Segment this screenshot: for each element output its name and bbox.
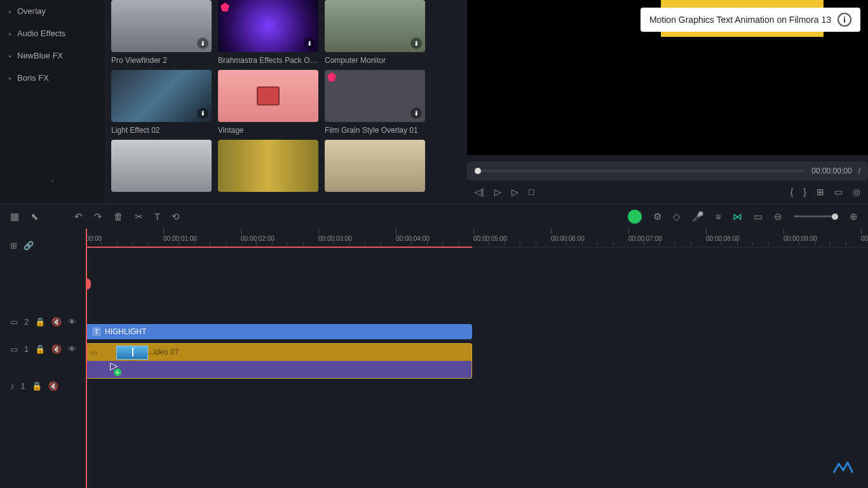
sidebar-item-newblue[interactable]: ▸NewBlue FX	[0, 44, 105, 67]
text-tool-icon[interactable]: T	[154, 211, 160, 222]
stop-button[interactable]: □	[529, 187, 534, 197]
premium-badge-icon	[220, 3, 229, 11]
effect-thumbnail	[325, 140, 425, 192]
download-icon[interactable]: ⬇	[410, 107, 422, 119]
audio-mix-icon[interactable]: ≡	[715, 211, 721, 222]
bracket-close-icon[interactable]: }	[803, 187, 806, 197]
timeline-body[interactable]: 00:0000:00:01:0000:00:02:0000:00:03:0000…	[86, 229, 868, 488]
effect-card[interactable]: ⬇ Film Grain Style Overlay 01	[325, 70, 425, 135]
effect-card[interactable]	[218, 140, 318, 192]
collapse-sidebar-button[interactable]: ‹	[44, 172, 62, 189]
prev-frame-button[interactable]: ◁|	[475, 187, 484, 197]
ruler-mark: 00:00:05:00	[473, 229, 507, 242]
video-clip[interactable]: ▭ ...ideo 07	[86, 343, 472, 361]
play-forward-button[interactable]: ▷	[494, 187, 501, 197]
ruler-mark: 00:00:04:00	[396, 229, 430, 242]
ruler-mark: 00:00	[86, 229, 102, 242]
download-icon[interactable]: ⬇	[197, 107, 208, 119]
effect-thumbnail	[218, 70, 318, 122]
mute-icon[interactable]: 🔇	[51, 317, 62, 327]
lock-icon[interactable]: 🔒	[35, 344, 45, 354]
eye-icon[interactable]: 👁	[68, 344, 76, 354]
watermark-icon	[832, 461, 854, 474]
magnet-icon[interactable]: ⋈	[733, 211, 742, 222]
effect-thumbnail: ⬇	[325, 0, 425, 52]
info-text: Motion Graphics Text Animation on Filmor…	[649, 15, 831, 25]
mute-icon[interactable]: 🔇	[51, 344, 62, 354]
marker-icon[interactable]: ◇	[673, 211, 681, 222]
ratio-icon[interactable]: ⊞	[817, 187, 824, 197]
settings-gear-icon[interactable]: ⚙	[653, 211, 661, 222]
lock-icon[interactable]: 🔒	[35, 317, 45, 327]
zoom-slider[interactable]	[794, 215, 838, 217]
info-banner[interactable]: Motion Graphics Text Animation on Filmor…	[641, 8, 860, 32]
effect-thumbnail: ⬇	[111, 70, 212, 122]
chevron-right-icon: ▸	[9, 8, 12, 15]
effect-card[interactable]: Vintage	[218, 70, 318, 135]
text-clip[interactable]: T HIGHLIGHT	[86, 324, 472, 339]
sidebar-item-boris[interactable]: ▸Boris FX	[0, 67, 105, 89]
undo-button[interactable]: ↶	[74, 211, 83, 222]
track-type-icon: ▭	[10, 344, 18, 354]
mic-icon[interactable]: 🎤	[692, 211, 704, 222]
download-icon[interactable]: ⬇	[304, 37, 315, 49]
track-header-audio1[interactable]: ♪1 🔒 🔇	[0, 367, 86, 404]
effect-card[interactable]	[325, 140, 425, 192]
eye-icon[interactable]: 👁	[68, 317, 76, 327]
track-number: 1	[24, 344, 29, 354]
ruler-mark: 00:00:07:00	[628, 229, 662, 242]
lock-icon[interactable]: 🔒	[32, 381, 42, 391]
timeline-ruler[interactable]: 00:0000:00:01:0000:00:02:0000:00:03:0000…	[86, 229, 868, 248]
effect-thumbnail: ⬇	[218, 0, 318, 52]
track-header-video1[interactable]: ▭1 🔒 🔇 👁	[0, 330, 86, 367]
effects-grid: ⬇ Pro Viewfinder 2 ⬇ Brahmastra Effects …	[105, 0, 461, 203]
ai-button[interactable]	[628, 210, 642, 224]
effect-card[interactable]: ⬇ Brahmastra Effects Pack Ove...	[218, 0, 318, 65]
seek-track[interactable]	[475, 170, 805, 172]
premium-badge-icon	[327, 72, 336, 81]
sidebar-item-overlay[interactable]: ▸Overlay	[0, 0, 105, 22]
clip-label: ...ideo 07	[147, 348, 179, 356]
track-type-icon: ♪	[10, 381, 15, 391]
video-clip-audio[interactable]	[86, 361, 472, 379]
cut-button[interactable]: ✂	[135, 211, 143, 222]
zoom-out-button[interactable]: ⊖	[774, 211, 782, 222]
zoom-in-button[interactable]: ⊕	[850, 211, 858, 222]
mute-icon[interactable]: 🔇	[48, 381, 58, 391]
playhead[interactable]	[86, 229, 87, 488]
display-icon[interactable]: ▭	[834, 187, 843, 197]
bracket-open-icon[interactable]: {	[790, 187, 794, 197]
redo-button[interactable]: ↷	[94, 211, 102, 222]
chevron-right-icon: ▸	[9, 53, 12, 59]
preview-pane: HIGHLIGHT Motion Graphics Text Animation…	[461, 0, 868, 203]
track-number: 1	[21, 381, 25, 391]
download-icon[interactable]: ⬇	[197, 37, 208, 49]
seek-knob[interactable]	[475, 168, 481, 174]
effect-card[interactable]: ⬇ Light Effect 02	[111, 70, 212, 135]
download-icon[interactable]: ⬇	[410, 37, 422, 49]
effect-card[interactable]: ⬇ Pro Viewfinder 2	[111, 0, 212, 65]
snapshot-icon[interactable]: ◎	[853, 187, 860, 197]
effect-card[interactable]	[111, 140, 212, 192]
link-icon[interactable]: 🔗	[24, 241, 34, 250]
effect-label: Pro Viewfinder 2	[111, 56, 212, 65]
timecode-current: 00:00:00:00	[811, 166, 851, 175]
timeline-toolbar: ▦ ⬉ ↶ ↷ 🗑 ✂ T ⟲ ⚙ ◇ 🎤 ≡ ⋈ ▭ ⊖ ⊕	[0, 203, 868, 229]
track-headers: ⊞ 🔗 ▭2 🔒 🔇 👁 ▭1 🔒 🔇 👁 ♪1 🔒 🔇	[0, 229, 86, 488]
delete-button[interactable]: 🗑	[114, 211, 123, 222]
effect-card[interactable]: ⬇ Computer Monitor	[325, 0, 425, 65]
ruler-mark: 00:00:10	[861, 229, 868, 242]
layout-icon[interactable]: ▦	[10, 211, 19, 222]
track-header-video2[interactable]: ▭2 🔒 🔇 👁	[0, 313, 86, 330]
render-icon[interactable]: ▭	[754, 211, 763, 222]
play-button[interactable]: ▷	[512, 187, 519, 197]
refresh-icon[interactable]: ⟲	[172, 211, 180, 222]
effect-label: Vintage	[218, 126, 318, 135]
preview-canvas[interactable]: HIGHLIGHT Motion Graphics Text Animation…	[467, 0, 868, 155]
select-tool-icon[interactable]: ⬉	[31, 211, 39, 222]
sidebar-label: Overlay	[17, 6, 46, 16]
manage-tracks-icon[interactable]: ⊞	[10, 241, 17, 250]
track-type-icon: ▭	[10, 317, 18, 327]
sidebar-item-audio-effects[interactable]: ▸Audio Effects	[0, 22, 105, 44]
info-icon[interactable]: i	[837, 13, 851, 27]
